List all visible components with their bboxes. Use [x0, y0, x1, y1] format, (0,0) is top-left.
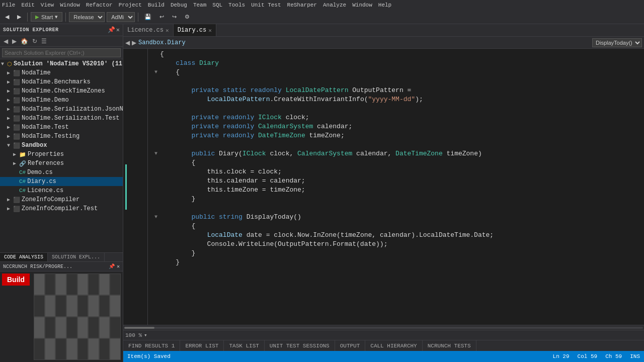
nccrunch-cell-29 [77, 338, 89, 360]
tree-item-references[interactable]: ▶ 🔗 References [0, 159, 123, 168]
nav-back-btn[interactable]: ◀ [125, 39, 130, 46]
tree-item-diarycs[interactable]: ▶ C# Diary.cs [0, 177, 123, 186]
horizontal-scrollbar[interactable] [123, 325, 644, 330]
search-input[interactable] [2, 48, 121, 57]
menu-item-sql[interactable]: SQL [212, 2, 222, 8]
play-icon: ▶ [35, 14, 39, 20]
tree-item-democs[interactable]: ▶ C# Demo.cs [0, 168, 123, 177]
sidebar-filter-btn[interactable]: ☰ [40, 37, 48, 45]
tree-item-zoneinfocompiler[interactable]: ▶ ⬛ ZoneInfoCompiler [0, 195, 123, 204]
tree-item-json[interactable]: ▶ ⬛ NodaTime.Serialization.JsonN [0, 105, 123, 114]
code-line-12: ▼ public Diary(IClock clock, CalendarSys… [152, 149, 644, 158]
tree-arrow-nodatime: ▶ [7, 70, 13, 76]
tree-item-checktimezones[interactable]: ▶ ⬛ NodaTime.CheckTimeZones [0, 86, 123, 96]
project-icon-benchmarks: ⬛ [13, 79, 20, 85]
tree-item-properties[interactable]: ▶ 📁 Properties [0, 150, 123, 159]
editor-area: Licence.cs ✕ Diary.cs ✕ ◀ ▶ Sandbox.Diar… [123, 24, 644, 362]
tab-solution-expl[interactable]: SOLUTION EXPL... [48, 253, 105, 261]
menu-item-unittest[interactable]: Unit Test [251, 2, 281, 8]
status-message: Item(s) Saved [127, 353, 171, 359]
tab-diarycs[interactable]: Diary.cs ✕ [174, 24, 216, 36]
tab-call-hierarchy[interactable]: CALL HIERARCHY [365, 340, 422, 351]
code-line-1: { [152, 50, 644, 59]
tab-licencecs[interactable]: Licence.cs ✕ [123, 24, 174, 36]
solution-explorer: SOLUTION EXPLORER 📌 ✕ ◀ ▶ 🏠 ↻ ☰ ▼ ⬡ Solu… [0, 24, 123, 362]
menu-item-refactor[interactable]: Refactor [86, 2, 113, 8]
menu-item-analyze[interactable]: Analyze [323, 2, 346, 8]
sidebar-forward-btn[interactable]: ▶ [11, 37, 18, 45]
scrollbar-thumb[interactable] [124, 327, 154, 329]
tab-label-diarycs: Diary.cs [178, 27, 207, 34]
fold-19[interactable]: ▼ [152, 213, 160, 222]
tree-item-testing[interactable]: ▶ ⬛ NodaTime.Testing [0, 132, 123, 141]
tab-task-list[interactable]: TASK LIST [224, 340, 264, 351]
menu-item-build[interactable]: Build [148, 2, 165, 8]
tree-arrow-licencecs: ▶ [13, 188, 19, 194]
menu-item-file[interactable]: File [2, 2, 15, 8]
code-line-11 [152, 140, 644, 149]
fold-12[interactable]: ▼ [152, 149, 160, 158]
nccrunch-cell-32 [110, 338, 121, 360]
tab-find-results[interactable]: FIND RESULTS 1 [123, 340, 180, 351]
code-editor[interactable]: { class Diary ▼ { [123, 49, 644, 325]
sidebar-back-btn[interactable]: ◀ [2, 37, 10, 45]
nccrunch-grid [34, 274, 121, 360]
forward-button[interactable]: ▶ [14, 13, 24, 21]
tree-item-nodatime[interactable]: ▶ ⬛ NodaTime [0, 68, 123, 77]
menu-item-help[interactable]: Help [378, 2, 391, 8]
menu-item-resharper[interactable]: ReSharper [287, 2, 317, 8]
tree-item-sertest[interactable]: ▶ ⬛ NodaTime.Serialization.Test [0, 114, 123, 123]
sidebar-pin-icon[interactable]: 📌 [108, 26, 115, 34]
menu-item-project[interactable]: Project [119, 2, 142, 8]
nccrunch-close-icon[interactable]: ✕ [117, 263, 120, 269]
tab-code-analysis[interactable]: CODE ANALYSIS [0, 253, 48, 261]
undo-button[interactable]: ↩ [156, 13, 167, 21]
cs-icon-democs: C# [19, 169, 26, 175]
menu-item-window2[interactable]: Window [352, 2, 372, 8]
tab-unit-test-sessions-label: UNIT TEST SESSIONS [270, 343, 330, 349]
tab-ncrunch-tests[interactable]: NCRUNCH TESTS [423, 340, 476, 351]
tree-item-licencecs[interactable]: ▶ C# Licence.cs [0, 186, 123, 195]
tree-label-json: NodaTime.Serialization.JsonN [22, 106, 123, 113]
menu-item-view[interactable]: View [41, 2, 54, 8]
tree-item-benchmarks[interactable]: ▶ ⬛ NodaTime.Benchmarks [0, 77, 123, 86]
back-button[interactable]: ◀ [2, 13, 12, 21]
fold-3[interactable]: ▼ [152, 68, 160, 77]
sidebar-close-icon[interactable]: ✕ [116, 26, 120, 34]
platform-dropdown[interactable]: AdMi [107, 12, 135, 22]
tab-close-licencecs[interactable]: ✕ [166, 27, 169, 34]
save-button[interactable]: 💾 [141, 13, 154, 21]
zoom-level[interactable]: 100 % [125, 332, 142, 338]
menu-item-window[interactable]: Window [60, 2, 80, 8]
tree-item-sandbox[interactable]: ▼ ⬛ Sandbox [0, 141, 123, 150]
tab-bar: Licence.cs ✕ Diary.cs ✕ [123, 24, 644, 37]
tab-task-list-label: TASK LIST [229, 343, 259, 349]
redo-button[interactable]: ↪ [169, 13, 180, 21]
nav-method-dropdown[interactable]: DisplayToday() [592, 38, 642, 47]
nccrunch-pin-icon[interactable]: 📌 [109, 263, 115, 269]
tab-output[interactable]: OUTPUT [335, 340, 366, 351]
nav-forward-btn[interactable]: ▶ [132, 39, 136, 46]
menu-item-tools[interactable]: Tools [228, 2, 245, 8]
code-line-3: ▼ { [152, 68, 644, 77]
menu-item-team[interactable]: Team [193, 2, 206, 8]
tree-item-zictest[interactable]: ▶ ⬛ ZoneInfoCompiler.Test [0, 204, 123, 213]
tree-root[interactable]: ▼ ⬡ Solution 'NodaTime VS2010' (11 p [0, 59, 123, 68]
tree-item-demo[interactable]: ▶ ⬛ NodaTime.Demo [0, 96, 123, 105]
code-content[interactable]: { class Diary ▼ { [148, 49, 644, 325]
tree-label-zic: ZoneInfoCompiler [22, 196, 79, 203]
start-button[interactable]: ▶ Start ▾ [31, 12, 62, 22]
settings-button[interactable]: ⚙ [182, 13, 193, 21]
bottom-tabs: FIND RESULTS 1 ERROR LIST TASK LIST UNIT… [123, 340, 644, 351]
sidebar-refresh-btn[interactable]: ↻ [31, 37, 39, 45]
menu-item-edit[interactable]: Edit [21, 2, 34, 8]
tab-error-list[interactable]: ERROR LIST [180, 340, 224, 351]
zoom-dropdown-icon[interactable]: ▾ [144, 332, 147, 338]
tree-item-nodatest[interactable]: ▶ ⬛ NodaTime.Test [0, 123, 123, 132]
tab-unit-test-sessions[interactable]: UNIT TEST SESSIONS [265, 340, 335, 351]
menu-item-debug[interactable]: Debug [171, 2, 187, 8]
sidebar-home-btn[interactable]: 🏠 [19, 37, 30, 45]
build-button[interactable]: Build [2, 274, 30, 286]
tab-close-diarycs[interactable]: ✕ [208, 27, 212, 34]
config-dropdown[interactable]: Release [69, 12, 105, 22]
